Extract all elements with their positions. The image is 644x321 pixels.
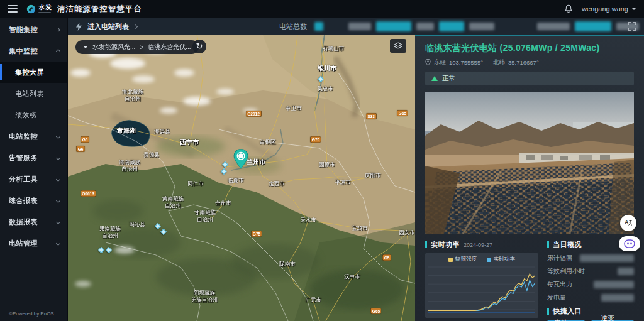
notification-bell-icon[interactable] xyxy=(564,4,573,13)
chevron-down-icon xyxy=(631,8,636,10)
page-title: 清洁能源管控智慧平台 xyxy=(57,4,142,14)
map-layers-button[interactable] xyxy=(390,39,406,53)
longitude-label: 东经 xyxy=(434,58,446,67)
sidebar-item-label: 智能集控 xyxy=(9,25,38,35)
station-aerial-photo xyxy=(425,92,634,234)
lightning-icon xyxy=(75,23,82,31)
top-header: 水发 清洁能源管控智慧平台 wengang.wang xyxy=(0,0,644,18)
station-title: 临洮东营光伏电站 (25.076MWp / 25MWac) xyxy=(425,43,634,54)
chatbot-button[interactable] xyxy=(619,236,640,251)
sidebar-item-6[interactable]: 告警服务 xyxy=(0,147,67,168)
status-triangle-icon xyxy=(431,76,438,81)
accent-bar xyxy=(547,308,549,315)
chevron-down-icon xyxy=(56,219,60,224)
fullscreen-icon[interactable] xyxy=(628,22,636,31)
chevron-up-icon xyxy=(56,48,60,53)
map-terrain xyxy=(68,35,415,321)
sidebar-item-4[interactable]: 绩效榜 xyxy=(0,104,67,126)
quick-button-label: 逆变器列表 xyxy=(597,314,617,321)
quick-entry-title: 快捷入口 xyxy=(553,307,582,316)
overview-row-label: 等效利用小时 xyxy=(547,267,585,276)
sidebar-item-label: 集中监控 xyxy=(9,46,38,56)
redacted-value xyxy=(580,254,634,262)
sidebar-item-3[interactable]: 电站列表 xyxy=(0,83,67,104)
status-badge: 正常 xyxy=(442,74,455,83)
svg-text:A: A xyxy=(625,219,629,226)
powered-by-text: ©Powered by EnOS xyxy=(9,311,54,317)
station-cluster-pin[interactable] xyxy=(233,149,249,169)
station-capacity: (25.076MWp / 25MWac) xyxy=(500,43,600,53)
daily-overview-title: 当日概况 xyxy=(553,240,582,249)
realtime-power-section: 实时功率 2024-09-27 辐照强度实时功率 xyxy=(425,240,538,321)
realtime-power-chart: 辐照强度实时功率 xyxy=(425,253,538,318)
overview-row: 累计辐照 xyxy=(547,251,634,264)
chevron-down-icon xyxy=(56,177,60,181)
app-root: 水发 清洁能源管控智慧平台 wengang.wang 智能集控集中监控集控大屏电… xyxy=(0,0,644,321)
overview-row: 等效利用小时 xyxy=(547,264,634,278)
realtime-power-date: 2024-09-27 xyxy=(464,242,492,248)
legend-item: 实时功率 xyxy=(487,256,515,263)
sidebar-item-label: 绩效榜 xyxy=(15,111,37,120)
sidebar-item-7[interactable]: 分析工具 xyxy=(0,168,67,190)
logo-text: 水发 xyxy=(38,4,52,11)
latitude-value: 35.716667° xyxy=(508,59,539,66)
legend-label: 实时功率 xyxy=(494,256,515,263)
enter-station-list-button[interactable]: 进入电站列表 xyxy=(87,22,137,31)
sub-toolbar: 进入电站列表 电站总数 xyxy=(68,18,644,35)
chart-legend: 辐照强度实时功率 xyxy=(428,256,535,263)
layers-icon xyxy=(394,42,402,50)
redacted-value xyxy=(601,294,634,302)
overview-row: 每瓦出力 xyxy=(547,278,634,291)
quick-button-label: 电站监控 xyxy=(553,318,569,321)
legend-swatch xyxy=(487,258,491,262)
sidebar-item-label: 告警服务 xyxy=(9,153,38,163)
location-pin-icon xyxy=(425,59,431,66)
status-bar: 正常 xyxy=(425,72,634,85)
breadcrumb-root[interactable]: 水发能源风光... xyxy=(92,43,135,52)
satellite-map[interactable]: 石嘴山市银川市吴忠市中卫市白银区海北藏族自治州青海湖海晏县西宁市贵德县海南藏族自… xyxy=(68,35,415,321)
redacted-value xyxy=(594,281,634,288)
sidebar-item-0[interactable]: 智能集控 xyxy=(0,19,67,40)
station-total-label: 电站总数 xyxy=(279,22,307,31)
sidebar-item-label: 集控大屏 xyxy=(15,68,44,77)
sidebar-item-10[interactable]: 电站管理 xyxy=(0,232,67,254)
sidebar-item-5[interactable]: 电站监控 xyxy=(0,126,67,147)
sidebar-item-9[interactable]: 数据报表 xyxy=(0,211,67,232)
logo-swirl-icon xyxy=(26,4,36,14)
breadcrumb-current[interactable]: 临洮东营光伏... xyxy=(148,43,191,52)
map-refresh-button[interactable]: ↻ xyxy=(192,40,206,53)
accent-bar xyxy=(425,241,427,248)
logo-subtext xyxy=(38,12,51,13)
sidebar-item-1[interactable]: 集中监控 xyxy=(0,40,67,62)
legend-label: 辐照强度 xyxy=(455,256,477,263)
station-detail-panel: 临洮东营光伏电站 (25.076MWp / 25MWac) 东经 103.755… xyxy=(415,35,644,321)
longitude-value: 103.755555° xyxy=(449,59,483,66)
sidebar-item-label: 数据报表 xyxy=(9,217,38,227)
map-breadcrumb[interactable]: 水发能源风光... > 临洮东营光伏... xyxy=(75,40,199,54)
translate-button[interactable]: A xyxy=(620,215,636,231)
photo-rendering xyxy=(425,92,634,234)
sidebar-item-8[interactable]: 综合报表 xyxy=(0,190,67,211)
sidebar-item-2[interactable]: 集控大屏 xyxy=(0,62,67,83)
caret-down-icon xyxy=(83,46,88,48)
sidebar-item-label: 分析工具 xyxy=(9,175,38,184)
enter-station-list-label: 进入电站列表 xyxy=(87,22,129,31)
chevron-right-icon xyxy=(133,24,138,28)
overview-row: 发电量 xyxy=(547,291,634,304)
chevron-separator: > xyxy=(140,44,143,51)
chart-canvas xyxy=(428,264,535,313)
overview-row-label: 每瓦出力 xyxy=(547,280,572,289)
translate-icon: A xyxy=(624,219,633,227)
overview-row-label: 发电量 xyxy=(547,293,566,302)
chevron-right-icon xyxy=(56,27,60,31)
sidebar-item-label: 电站列表 xyxy=(15,89,44,99)
user-menu[interactable]: wengang.wang xyxy=(582,5,636,13)
sidebar-item-label: 电站监控 xyxy=(9,132,38,141)
sidebar-item-label: 电站管理 xyxy=(9,239,38,248)
chevron-down-icon xyxy=(56,155,60,160)
hamburger-menu-icon[interactable] xyxy=(8,5,18,13)
redacted-total-value xyxy=(314,22,323,31)
chart-series-辐照强度 xyxy=(428,274,535,311)
redacted-stats-group-1 xyxy=(348,21,494,31)
chevron-down-icon xyxy=(56,198,60,202)
